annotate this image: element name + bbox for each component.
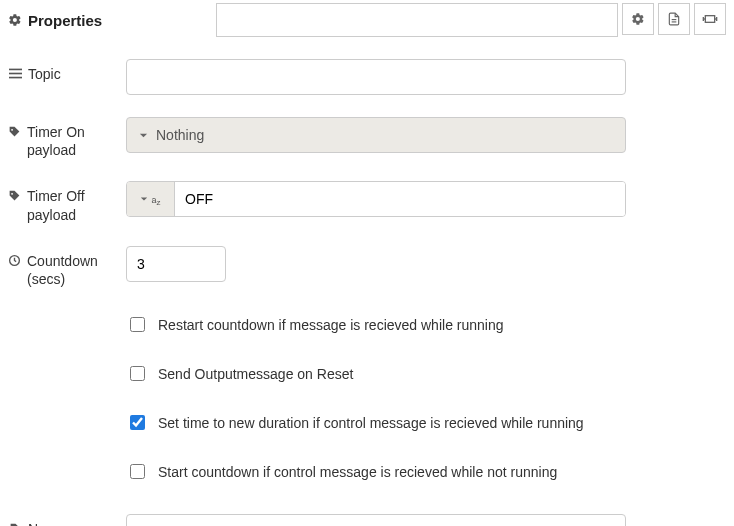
timer-on-label: Timer On payload — [8, 117, 126, 159]
name-input[interactable] — [126, 514, 626, 526]
start-if-not-checkbox-label: Start countdown if control message is re… — [158, 464, 557, 480]
restart-checkbox-label: Restart countdown if message is recieved… — [158, 317, 504, 333]
set-time-checkbox[interactable] — [130, 415, 145, 430]
list-icon — [8, 65, 22, 80]
tag-icon — [8, 123, 21, 138]
reset-output-checkbox-label: Send Outputmessage on Reset — [158, 366, 353, 382]
start-if-not-checkbox[interactable] — [130, 464, 145, 479]
reset-output-checkbox[interactable] — [130, 366, 145, 381]
caret-down-icon — [139, 131, 148, 140]
topic-input[interactable] — [126, 59, 626, 95]
timer-off-label: Timer Off payload — [8, 181, 126, 223]
svg-rect-7 — [9, 69, 22, 71]
countdown-input[interactable] — [126, 246, 226, 282]
node-description-button[interactable] — [658, 3, 690, 35]
caret-down-icon — [140, 195, 148, 203]
clock-icon — [8, 252, 21, 267]
svg-rect-9 — [9, 77, 22, 79]
properties-title: Properties — [28, 12, 102, 29]
tag-icon — [8, 187, 21, 202]
gear-icon — [631, 12, 645, 26]
svg-rect-2 — [705, 16, 714, 23]
timer-on-payload-value: Nothing — [156, 127, 204, 143]
timer-off-payload-input[interactable] — [175, 182, 625, 216]
node-appearance-button[interactable] — [694, 3, 726, 35]
appearance-icon — [702, 12, 718, 26]
timer-off-type-selector[interactable]: az — [127, 182, 175, 216]
string-type-icon: az — [151, 194, 160, 205]
properties-header: Properties — [8, 12, 126, 29]
document-icon — [667, 12, 681, 26]
tag-icon — [8, 520, 22, 526]
countdown-label: Countdown (secs) — [8, 246, 126, 288]
topic-label: Topic — [8, 59, 126, 83]
svg-rect-8 — [9, 73, 22, 75]
name-label: Name — [8, 514, 126, 526]
node-label-input[interactable] — [216, 3, 618, 37]
gear-icon — [8, 13, 22, 27]
set-time-checkbox-label: Set time to new duration if control mess… — [158, 415, 584, 431]
node-settings-button[interactable] — [622, 3, 654, 35]
timer-on-payload-select[interactable]: Nothing — [126, 117, 626, 153]
restart-checkbox[interactable] — [130, 317, 145, 332]
